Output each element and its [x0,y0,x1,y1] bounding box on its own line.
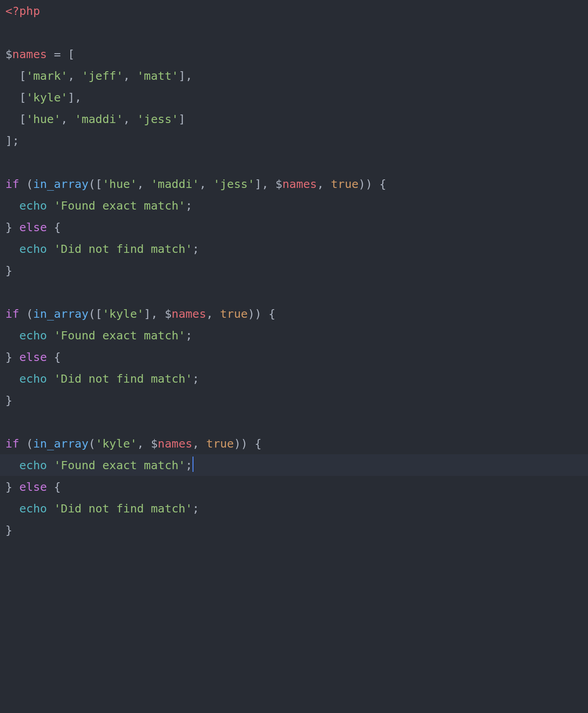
code-line[interactable]: if (in_array('kyle', $names, true)) { [0,433,588,454]
code-token: in_array [33,307,88,320]
code-token: true [331,177,358,191]
code-token: names [172,307,207,320]
code-line[interactable]: echo 'Found exact match'; [0,325,588,346]
code-token: $ [276,177,282,191]
code-line[interactable]: ['hue', 'maddi', 'jess'] [0,108,588,130]
code-line[interactable]: echo 'Found exact match'; [0,195,588,216]
code-token: ; [185,199,192,212]
code-token: echo [19,502,47,515]
code-token: 'maddi' [151,177,199,191]
code-token: 'mark' [26,69,68,82]
code-token: ; [193,242,199,256]
code-line[interactable]: echo 'Found exact match'; [0,454,588,476]
code-line[interactable]: if (in_array(['kyle'], $names, true)) { [0,303,588,325]
code-token: , [123,112,137,126]
code-token [47,372,54,385]
code-token: ; [185,458,192,472]
code-token: true [206,437,234,450]
code-token: ( [19,307,33,320]
code-token [5,199,19,212]
code-token: echo [19,372,47,385]
code-token: , [137,177,151,191]
code-token: } [5,523,12,537]
code-line[interactable] [0,22,588,43]
code-token: , [206,307,220,320]
code-token: else [19,350,47,364]
code-token: } [5,350,19,364]
code-token: , [317,177,331,191]
code-token: 'hue' [102,177,137,191]
code-token: 'matt' [137,69,179,82]
code-token [47,242,54,256]
code-token: } [5,264,12,277]
code-line[interactable]: } [0,519,588,541]
code-token [47,458,54,472]
code-token [47,502,54,515]
code-token: 'Found exact match' [54,199,186,212]
code-token: 'Did not find match' [54,372,193,385]
code-token: echo [19,242,47,256]
code-line[interactable]: } else { [0,346,588,368]
text-cursor [193,457,193,472]
code-token: 'jess' [213,177,255,191]
code-line[interactable]: echo 'Did not find match'; [0,368,588,389]
code-token [5,458,19,472]
code-token: , [137,437,151,450]
code-line[interactable]: $names = [ [0,43,588,65]
code-token: if [5,307,19,320]
code-token [47,329,54,342]
code-token: [ [5,69,26,82]
code-line[interactable]: } else { [0,476,588,498]
code-line[interactable] [0,281,588,303]
code-token: if [5,177,19,191]
code-token: ([ [88,307,102,320]
code-token: 'kyle' [96,437,137,450]
code-line[interactable]: echo 'Did not find match'; [0,498,588,519]
code-token: ; [185,329,192,342]
code-line[interactable]: ]; [0,130,588,151]
code-token: ; [193,372,199,385]
code-token: ([ [88,177,102,191]
code-token: ( [19,437,33,450]
code-token: [ [5,91,26,104]
code-token: } [5,220,19,234]
code-token: 'kyle' [102,307,144,320]
code-token: ]; [5,134,19,147]
code-token: ( [19,177,33,191]
code-token: $ [151,437,157,450]
code-token: )) { [234,437,262,450]
code-token: ], [179,69,193,82]
code-token [5,502,19,515]
code-token: echo [19,199,47,212]
code-token: 'hue' [26,112,61,126]
code-token: [ [5,112,26,126]
code-token: true [220,307,248,320]
code-line[interactable]: } [0,389,588,411]
code-token: = [ [47,47,74,61]
code-token: 'jeff' [82,69,123,82]
code-line[interactable]: ['mark', 'jeff', 'matt'], [0,65,588,87]
code-token [5,329,19,342]
code-token: , [193,437,207,450]
code-line[interactable]: ['kyle'], [0,87,588,108]
code-token: names [282,177,317,191]
code-token: ] [179,112,185,126]
code-token: echo [19,458,47,472]
code-token: ; [193,502,199,515]
code-token: in_array [33,177,88,191]
code-line[interactable]: <?php [0,0,588,22]
code-token [5,372,19,385]
code-line[interactable]: if (in_array(['hue', 'maddi', 'jess'], $… [0,173,588,195]
code-editor[interactable]: <?php$names = [ ['mark', 'jeff', 'matt']… [0,0,588,541]
code-token: 'Did not find match' [54,242,193,256]
code-token: <?php [5,4,40,18]
code-line[interactable] [0,411,588,433]
code-line[interactable] [0,151,588,173]
code-token: $ [5,47,12,61]
code-token: { [47,480,61,494]
code-token: names [12,47,47,61]
code-line[interactable]: } [0,260,588,281]
code-line[interactable]: echo 'Did not find match'; [0,238,588,260]
code-token: 'maddi' [75,112,123,126]
code-line[interactable]: } else { [0,216,588,238]
